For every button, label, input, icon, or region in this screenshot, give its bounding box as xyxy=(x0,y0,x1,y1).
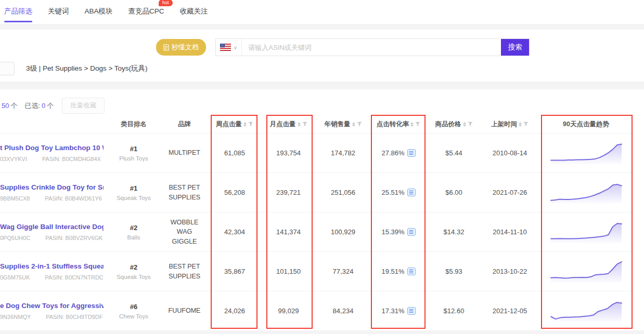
divider-band-top xyxy=(0,24,644,30)
col-monthly-clicks: 月点击量 xyxy=(261,120,316,129)
chevron-down-icon: ∨ xyxy=(234,45,237,50)
cvr-detail-icon[interactable] xyxy=(407,189,416,196)
tab-competitor-cpc[interactable]: 查竞品CPC hot xyxy=(128,7,164,16)
cvr-value: 25.51% xyxy=(381,189,404,196)
product-asin-line: 9BBM5CX8 PASIN: B0B4WD61Y6 xyxy=(0,195,104,202)
rank-value: #1 xyxy=(107,184,161,192)
breadcrumb: 3级 | Pet Supplies > Dogs > Toys(玩具) xyxy=(26,64,148,73)
listed-date-cell: 2021-12-05 xyxy=(481,307,538,315)
weekly-clicks-cell: 24,026 xyxy=(208,307,261,315)
asin-fragment: 9N36NMQY xyxy=(0,314,31,320)
result-toolbar: 50 个 已选: 0 个 批量收藏 xyxy=(0,98,105,114)
price-cell: $5.93 xyxy=(427,268,481,275)
brand-cell: FUUFOME xyxy=(161,306,208,315)
pasin-text: PASIN: B0CN7NTRDC xyxy=(45,274,104,280)
cvr-cell: 25.51% xyxy=(370,189,427,196)
filter-icon[interactable] xyxy=(523,122,529,127)
filter-icon[interactable] xyxy=(468,122,473,127)
us-flag-icon xyxy=(220,44,231,51)
selected-label: 已选: xyxy=(24,101,40,111)
product-title-link[interactable]: t Plush Dog Toy Lambchop 10 White/T... xyxy=(0,144,104,152)
sort-icon[interactable] xyxy=(298,122,301,127)
asin-fragment: 0G5M75UK xyxy=(0,274,30,280)
pasin-text: PASIN: B0CMDHG84X xyxy=(42,156,101,162)
category-tag-fragment[interactable] xyxy=(0,62,15,75)
app-window: 产品筛选 关键词 ABA模块 查竞品CPC hot 收藏关注 秒懂文档 xyxy=(0,0,644,334)
col-trend: 90天点击量趋势 xyxy=(538,120,634,129)
table-row: t Plush Dog Toy Lambchop 10 White/T... 0… xyxy=(0,133,634,172)
pagination-band xyxy=(0,330,644,334)
search-section: 秒懂文档 ∨ xyxy=(156,38,530,56)
sort-icon[interactable] xyxy=(410,122,414,127)
pasin-text: PASIN: B0B4WD61Y6 xyxy=(45,195,102,202)
sort-icon[interactable] xyxy=(243,122,247,127)
annual-sales-cell: 174,782 xyxy=(316,149,370,157)
cvr-detail-icon[interactable] xyxy=(407,268,416,275)
product-title-link[interactable]: Wag Giggle Ball Interactive Dog Toy ... xyxy=(0,223,104,231)
rank-category: Plush Toys xyxy=(107,155,161,162)
tab-competitor-cpc-label: 查竞品CPC xyxy=(128,7,164,15)
search-button[interactable]: 搜索 xyxy=(501,39,529,56)
result-count-unit: 个 xyxy=(10,101,17,111)
cvr-detail-icon[interactable] xyxy=(407,149,416,157)
cvr-detail-icon[interactable] xyxy=(407,228,416,236)
monthly-clicks-cell: 239,721 xyxy=(261,189,316,196)
tab-product-filter[interactable]: 产品筛选 xyxy=(4,7,32,16)
product-title-link[interactable]: Supplies 2-in-1 Stuffless Squeaky Do... xyxy=(0,262,104,270)
rank-category: Squeak Toys xyxy=(107,274,161,280)
monthly-clicks-cell: 99,029 xyxy=(261,307,316,315)
col-monthly-clicks-label: 月点击量 xyxy=(270,120,296,129)
cvr-detail-icon[interactable] xyxy=(407,307,416,315)
quick-doc-button[interactable]: 秒懂文档 xyxy=(156,39,206,56)
price-cell: $5.44 xyxy=(427,149,481,157)
rank-category: Chew Toys xyxy=(107,313,161,319)
asin-fragment: 9BBM5CX8 xyxy=(0,195,30,202)
brand-cell: MULTIPET xyxy=(161,148,208,157)
category-rank-cell: #1 Squeak Toys xyxy=(107,184,161,201)
table-row: e Dog Chew Toys for Aggressive Chew... 9… xyxy=(0,291,634,330)
filter-icon[interactable] xyxy=(302,122,307,127)
filter-icon[interactable] xyxy=(415,122,420,127)
table-row: Supplies Crinkle Dog Toy for Small M... … xyxy=(0,172,634,212)
table-header: 类目排名 品牌 周点击量 月点击量 年销售量 点击转化率 xyxy=(0,115,634,133)
search-bar: ∨ 搜索 xyxy=(215,38,530,56)
tab-keywords[interactable]: 关键词 xyxy=(48,7,69,16)
top-nav: 产品筛选 关键词 ABA模块 查竞品CPC hot 收藏关注 xyxy=(0,0,644,23)
price-cell: $12.60 xyxy=(427,307,481,315)
product-asin-line: 0PQ5UH0C PASIN: B0BVZRV6GK xyxy=(0,235,104,241)
table-body: t Plush Dog Toy Lambchop 10 White/T... 0… xyxy=(0,133,634,330)
cvr-cell: 19.51% xyxy=(370,268,427,275)
weekly-clicks-cell: 56,208 xyxy=(208,189,261,196)
marketplace-select[interactable]: ∨ xyxy=(216,39,242,56)
batch-favorite-button[interactable]: 批量收藏 xyxy=(62,98,105,114)
table-row: Supplies 2-in-1 Stuffless Squeaky Do... … xyxy=(0,251,634,291)
cvr-value: 27.86% xyxy=(381,149,404,157)
filter-icon[interactable] xyxy=(248,122,253,127)
sort-icon[interactable] xyxy=(463,122,466,127)
col-weekly-clicks-label: 周点击量 xyxy=(216,120,242,129)
product-title-link[interactable]: Supplies Crinkle Dog Toy for Small M... xyxy=(0,183,104,191)
product-asin-line: 03XVYKVI PASIN: B0CMDHG84X xyxy=(0,156,104,162)
col-weekly-clicks: 周点击量 xyxy=(208,120,261,129)
pasin-text: PASIN: B0CH9TD9DF xyxy=(46,314,102,320)
trend-sparkline xyxy=(538,299,634,323)
annual-sales-cell: 100,929 xyxy=(316,228,370,236)
category-rank-cell: #6 Chew Toys xyxy=(107,303,161,319)
cvr-cell: 27.86% xyxy=(370,149,427,157)
product-title-link[interactable]: e Dog Chew Toys for Aggressive Chew... xyxy=(0,302,104,310)
sort-icon[interactable] xyxy=(352,122,355,127)
cvr-value: 17.31% xyxy=(381,307,404,315)
tab-aba-module[interactable]: ABA模块 xyxy=(85,7,113,16)
rank-value: #2 xyxy=(107,224,161,232)
rank-value: #6 xyxy=(107,303,161,311)
selected-count: 0 xyxy=(42,102,45,110)
quick-doc-label: 秒懂文档 xyxy=(172,43,199,52)
sort-icon[interactable] xyxy=(519,122,522,127)
filter-icon[interactable] xyxy=(357,122,362,127)
breadcrumb-row: 3级 | Pet Supplies > Dogs > Toys(玩具) xyxy=(0,61,148,76)
col-listed-date-label: 上架时间 xyxy=(491,120,517,129)
tab-favorites[interactable]: 收藏关注 xyxy=(180,7,208,16)
rank-category: Squeak Toys xyxy=(107,195,161,201)
search-input[interactable] xyxy=(242,39,501,56)
document-icon xyxy=(163,44,169,51)
